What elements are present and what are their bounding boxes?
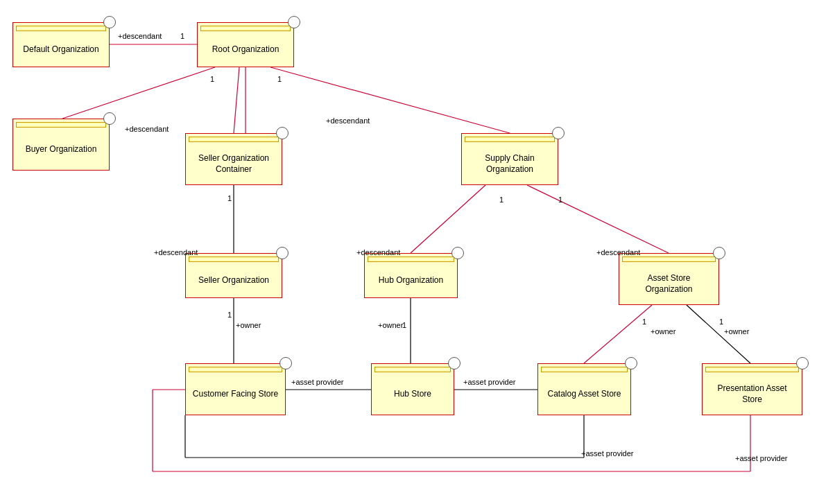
supply-chain-box[interactable]: Supply Chain Organization: [461, 133, 558, 185]
annotation-owner-2: +owner: [378, 321, 403, 329]
default-org-circle: [103, 16, 116, 28]
annotation-descendant-4: +descendant: [154, 248, 198, 257]
seller-container-circle: [276, 127, 289, 139]
presentation-asset-box[interactable]: Presentation Asset Store: [702, 363, 802, 415]
supply-chain-label: Supply Chain Organization: [466, 153, 553, 175]
annotation-1-c: 1: [277, 75, 282, 83]
annotation-1-a: 1: [180, 32, 184, 40]
annotation-descendant-1: +descendant: [118, 32, 162, 40]
annotation-1-b: 1: [210, 75, 214, 83]
buyer-org-label: Buyer Organization: [26, 144, 97, 155]
annotation-owner-4: +owner: [724, 327, 749, 336]
presentation-asset-label: Presentation Asset Store: [707, 383, 798, 405]
seller-container-label: Seller Organization Container: [190, 153, 277, 175]
hub-org-circle: [451, 247, 464, 259]
customer-facing-circle: [279, 357, 292, 370]
annotation-1-i: 1: [642, 318, 646, 326]
annotation-1-j: 1: [719, 318, 723, 326]
svg-line-2: [62, 67, 215, 119]
catalog-asset-box[interactable]: Catalog Asset Store: [537, 363, 631, 415]
annotation-descendant-2: +descendant: [125, 125, 169, 133]
root-org-label: Root Organization: [212, 44, 279, 55]
customer-facing-label: Customer Facing Store: [193, 389, 278, 400]
seller-org-label: Seller Organization: [198, 275, 269, 286]
svg-line-6: [411, 185, 485, 253]
catalog-asset-circle: [625, 357, 637, 370]
annotation-asset-provider-4: +asset provider: [735, 454, 788, 462]
svg-line-3: [234, 67, 239, 133]
annotation-asset-provider-3: +asset provider: [581, 449, 634, 458]
hub-store-box[interactable]: Hub Store: [371, 363, 454, 415]
presentation-asset-circle: [796, 357, 809, 370]
asset-store-org-label: Asset Store Organization: [623, 273, 714, 295]
hub-org-box[interactable]: Hub Organization: [364, 253, 458, 298]
annotation-descendant-5: +descendant: [356, 248, 400, 257]
hub-store-circle: [448, 357, 460, 370]
annotation-1-e: 1: [499, 195, 503, 204]
buyer-org-circle: [103, 112, 116, 125]
annotation-asset-provider-2: +asset provider: [463, 378, 516, 386]
annotation-descendant-3: +descendant: [326, 116, 370, 125]
annotation-1-g: 1: [227, 311, 232, 319]
annotation-1-h: 1: [402, 321, 406, 329]
seller-org-box[interactable]: Seller Organization: [185, 253, 282, 298]
asset-store-org-circle: [713, 247, 725, 259]
annotation-descendant-6: +descendant: [596, 248, 640, 257]
default-org-box[interactable]: Default Organization: [12, 22, 110, 67]
default-org-label: Default Organization: [23, 44, 98, 55]
seller-org-circle: [276, 247, 289, 259]
annotation-1-f: 1: [558, 195, 562, 204]
hub-store-label: Hub Store: [394, 389, 431, 400]
buyer-org-box[interactable]: Buyer Organization: [12, 119, 110, 171]
svg-line-7: [527, 185, 669, 253]
svg-line-4: [270, 67, 510, 133]
root-org-box[interactable]: Root Organization: [197, 22, 294, 67]
asset-store-org-box[interactable]: Asset Store Organization: [619, 253, 719, 305]
customer-facing-box[interactable]: Customer Facing Store: [185, 363, 286, 415]
annotation-owner-1: +owner: [236, 321, 261, 329]
supply-chain-circle: [552, 127, 565, 139]
annotation-asset-provider-1: +asset provider: [291, 378, 344, 386]
arrows-svg: [0, 0, 835, 504]
annotation-1-d: 1: [227, 194, 232, 202]
seller-container-box[interactable]: Seller Organization Container: [185, 133, 282, 185]
diagram-canvas: Default Organization Root Organization B…: [0, 0, 835, 504]
svg-line-10: [584, 305, 652, 363]
catalog-asset-label: Catalog Asset Store: [547, 389, 621, 400]
root-org-circle: [288, 16, 300, 28]
hub-org-label: Hub Organization: [379, 275, 443, 286]
annotation-owner-3: +owner: [651, 327, 675, 336]
